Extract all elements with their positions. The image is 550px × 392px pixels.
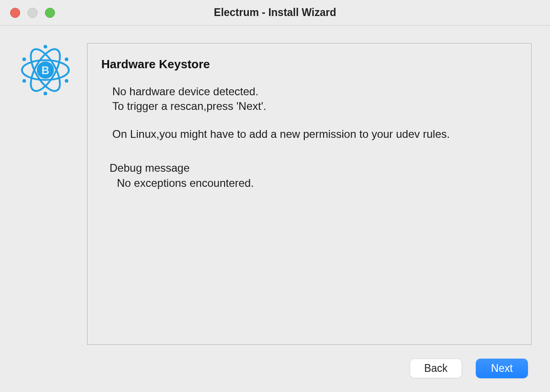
svg-point-7 — [65, 57, 68, 61]
message-line: On Linux,you might have to add a new per… — [112, 127, 517, 142]
panel-body: No hardware device detected. To trigger … — [101, 84, 517, 191]
wizard-panel: Hardware Keystore No hardware device det… — [87, 43, 532, 345]
minimize-icon[interactable] — [28, 8, 38, 18]
window-title: Electrum - Install Wizard — [0, 6, 550, 19]
svg-point-10 — [22, 57, 26, 61]
close-icon[interactable] — [10, 8, 20, 18]
content-area: B Hardware Keystore No hardware device d… — [0, 26, 550, 392]
debug-message: No exceptions encountered. — [112, 176, 517, 191]
install-wizard-window: Electrum - Install Wizard B — [0, 0, 550, 392]
svg-text:B: B — [41, 65, 49, 76]
electrum-logo-icon: B — [18, 43, 72, 97]
main-row: B Hardware Keystore No hardware device d… — [18, 43, 532, 345]
message-line: To trigger a rescan,press 'Next'. — [112, 99, 517, 114]
back-button[interactable]: Back — [410, 359, 462, 378]
logo-column: B — [18, 43, 73, 345]
svg-point-8 — [22, 79, 26, 83]
debug-label: Debug message — [110, 161, 517, 175]
svg-point-6 — [44, 92, 47, 95]
svg-point-5 — [44, 45, 47, 49]
next-button[interactable]: Next — [476, 359, 528, 378]
panel-heading: Hardware Keystore — [101, 57, 517, 71]
maximize-icon[interactable] — [45, 8, 55, 18]
wizard-footer: Back Next — [18, 345, 532, 378]
titlebar: Electrum - Install Wizard — [0, 0, 550, 26]
svg-point-9 — [65, 79, 68, 83]
window-controls — [10, 8, 55, 18]
message-line: No hardware device detected. — [112, 84, 517, 99]
